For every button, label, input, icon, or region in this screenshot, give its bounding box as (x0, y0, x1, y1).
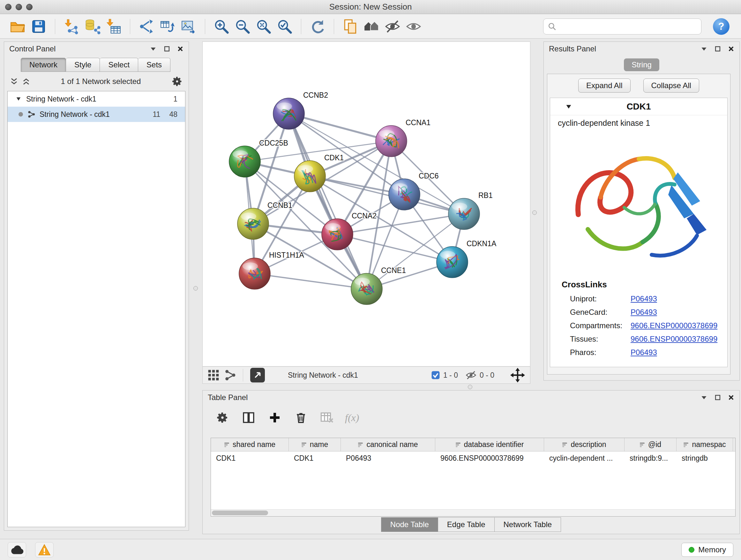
network-node-label: CCNB1 (267, 201, 292, 209)
column-header-canonical-name[interactable]: canonical name (341, 438, 435, 451)
crosslink-compartments-link[interactable]: 9606.ENSP00000378699 (630, 321, 718, 330)
clone-network-icon[interactable] (341, 17, 360, 36)
refresh-view-icon[interactable] (308, 17, 327, 36)
import-table-file-icon[interactable] (105, 17, 123, 36)
network-node-label: CCNA1 (406, 118, 430, 127)
network-node-hist1h1a[interactable] (239, 258, 270, 289)
first-neighbors-icon[interactable] (362, 17, 381, 36)
network-canvas[interactable]: CCNB2CCNA1CDC25BCDK1CDC6RB1CCNB1CCNA2CDK… (202, 42, 530, 367)
node-highlight (232, 150, 248, 158)
zoom-in-icon[interactable] (212, 17, 231, 36)
panel-float-icon[interactable] (164, 46, 170, 52)
column-header-namespac[interactable]: namespac (677, 438, 733, 451)
panel-menu-icon[interactable] (700, 45, 708, 52)
column-header-database-identifier[interactable]: database identifier (435, 438, 544, 451)
window-minimize-button[interactable] (16, 4, 22, 10)
network-edge[interactable] (289, 114, 391, 141)
network-row[interactable]: String Network - cdk1 11 48 (8, 107, 185, 122)
warning-icon[interactable] (35, 542, 54, 557)
create-column-icon[interactable] (266, 409, 283, 426)
protein-name: CDK1 (572, 102, 705, 112)
splitter-handle[interactable] (193, 286, 198, 291)
crosslink-genecard-link[interactable]: P06493 (630, 308, 657, 317)
import-network-database-icon[interactable] (83, 17, 102, 36)
network-from-table-icon[interactable] (158, 17, 177, 36)
network-edge[interactable] (255, 273, 367, 289)
panel-close-icon[interactable] (728, 394, 734, 401)
tab-select[interactable]: Select (100, 58, 138, 72)
network-node-ccna1[interactable] (376, 125, 407, 157)
share-network-icon[interactable] (224, 369, 236, 381)
network-collection-tree: String Network - cdk1 1 String Network -… (7, 91, 185, 527)
tab-sets[interactable]: Sets (138, 58, 171, 72)
table-settings-gear-icon[interactable] (214, 409, 231, 426)
panel-float-icon[interactable] (715, 394, 721, 401)
node-highlight (354, 278, 370, 286)
search-input[interactable] (559, 22, 697, 31)
show-columns-icon[interactable] (240, 409, 257, 426)
panel-float-icon[interactable] (715, 46, 721, 52)
collapse-all-button[interactable]: Collapse All (643, 78, 699, 92)
hide-selected-icon[interactable] (383, 17, 402, 36)
column-header-shared-name[interactable]: shared name (211, 438, 289, 451)
window-close-button[interactable] (5, 4, 11, 10)
tab-network[interactable]: Network (21, 58, 66, 72)
collapse-all-icon[interactable] (10, 77, 18, 85)
window-zoom-button[interactable] (26, 4, 32, 10)
tab-string[interactable]: String (624, 58, 659, 71)
zoom-fit-icon[interactable] (254, 17, 273, 36)
grid-view-icon[interactable] (208, 369, 219, 381)
expand-all-icon[interactable] (22, 77, 30, 85)
network-node-label: CDK1 (324, 153, 344, 162)
tab-node-table[interactable]: Node Table (381, 517, 438, 532)
crosslink-uniprot-link[interactable]: P06493 (630, 294, 657, 303)
export-image-icon[interactable] (179, 17, 198, 36)
column-header-description[interactable]: description (544, 438, 624, 451)
save-session-icon[interactable] (29, 17, 48, 36)
table-row[interactable]: CDK1CDK1P064939606.ENSP00000378699cyclin… (211, 451, 735, 465)
memory-button[interactable]: Memory (681, 543, 733, 557)
scrollbar-thumb[interactable] (212, 510, 268, 515)
panel-close-icon[interactable] (177, 46, 184, 52)
panel-menu-icon[interactable] (700, 394, 708, 401)
pan-move-icon[interactable] (510, 368, 525, 382)
table-panel-title: Table Panel (208, 393, 248, 402)
panel-close-icon[interactable] (728, 46, 734, 52)
crosslink-label: Uniprot: (570, 294, 630, 303)
crosslink-pharos-link[interactable]: P06493 (630, 348, 657, 357)
selected-checkbox-icon[interactable] (431, 371, 440, 380)
network-from-selection-icon[interactable] (137, 17, 156, 36)
selected-counts: 1 - 0 (443, 371, 458, 380)
splitter-handle[interactable] (468, 385, 472, 389)
panel-menu-icon[interactable] (150, 45, 157, 52)
column-header-@id[interactable]: @id (624, 438, 677, 451)
network-node-ccne1[interactable] (351, 273, 382, 305)
network-node-rb1[interactable] (448, 198, 480, 230)
zoom-out-icon[interactable] (233, 17, 252, 36)
tree-expander-icon[interactable] (15, 96, 22, 102)
open-session-icon[interactable] (8, 17, 27, 36)
splitter-handle[interactable] (532, 210, 537, 215)
tab-style[interactable]: Style (66, 58, 100, 72)
cloud-icon[interactable] (8, 542, 26, 557)
network-edge[interactable] (289, 114, 367, 289)
crosslink-tissues-link[interactable]: 9606.ENSP00000378699 (630, 334, 718, 344)
show-all-icon[interactable] (404, 17, 423, 36)
node-highlight (379, 130, 394, 138)
collection-row[interactable]: String Network - cdk1 1 (8, 91, 185, 107)
hidden-eye-icon[interactable] (466, 370, 476, 380)
zoom-selected-icon[interactable] (275, 17, 294, 36)
protein-section: CDK1 cyclin-dependent kinase 1 CrossLink… (550, 98, 728, 367)
column-header-name[interactable]: name (289, 438, 341, 451)
tab-network-table[interactable]: Network Table (495, 517, 561, 532)
delete-column-icon[interactable] (293, 409, 309, 426)
help-icon[interactable]: ? (712, 17, 730, 36)
tab-edge-table[interactable]: Edge Table (438, 517, 495, 532)
export-view-icon[interactable] (250, 368, 265, 382)
expand-all-button[interactable]: Expand All (578, 78, 630, 92)
import-network-file-icon[interactable] (62, 17, 81, 36)
gear-icon[interactable] (172, 76, 183, 87)
search-icon (548, 22, 556, 30)
section-collapse-icon[interactable] (565, 103, 572, 111)
horizontal-scrollbar[interactable] (211, 509, 735, 516)
